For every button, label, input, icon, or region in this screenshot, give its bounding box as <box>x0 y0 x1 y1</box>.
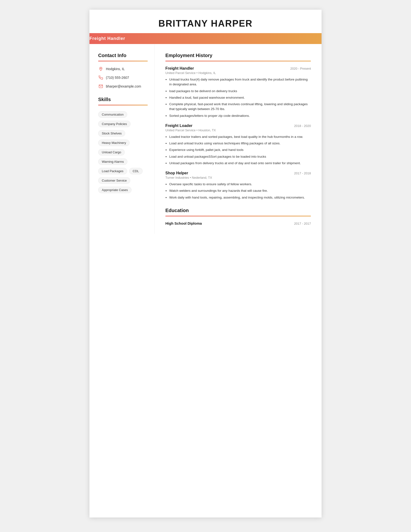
title-bar: Freight Handler <box>89 33 322 44</box>
job-title: Shop Helper <box>165 171 188 175</box>
skill-tag: Company Policies <box>98 121 131 127</box>
job-entry: Freight Loader2018 - 2020United Parcel S… <box>165 124 311 166</box>
job-date: 2018 - 2020 <box>294 124 311 128</box>
contact-location: Hodgkins, IL <box>98 66 148 72</box>
resume-container: BRITTANY HARPER Freight Handler Contact … <box>89 10 322 517</box>
job-header: Freight Loader2018 - 2020 <box>165 124 311 128</box>
education-list: High School Diploma2017 - 2017 <box>165 221 311 225</box>
email-text: bharper@example.com <box>106 84 141 88</box>
skills-section-title: Skills <box>98 97 148 102</box>
job-company: United Parcel Service • Hodgkins, IL <box>165 71 311 75</box>
sidebar: Contact Info Hodgkins, IL <box>89 44 155 234</box>
education-degree: High School Diploma <box>165 221 202 225</box>
job-date: 2020 - Present <box>290 67 311 70</box>
phone-text: (710) 555-2607 <box>106 76 129 80</box>
bullet-item: Watch welders and surroundings for any h… <box>169 188 311 193</box>
education-entry: High School Diploma2017 - 2017 <box>165 221 311 225</box>
body-section: Contact Info Hodgkins, IL <box>89 44 322 234</box>
skill-tags-container: CommunicationCompany PoliciesStock Shelv… <box>98 110 148 194</box>
job-bullets: Loaded tractor trailers and sorted packa… <box>169 134 311 166</box>
bullet-item: Sorted packages/letters to proper zip co… <box>169 114 311 118</box>
svg-point-0 <box>100 68 101 69</box>
skill-tag: Unload Cargo <box>98 149 125 155</box>
job-bullets: Unload trucks four(4) daily remove packa… <box>169 77 311 118</box>
bullet-item: Oversee specific tasks to ensure safety … <box>169 182 311 187</box>
location-icon <box>98 66 103 72</box>
job-header: Freight Handler2020 - Present <box>165 66 311 71</box>
bullet-item: Load and unload packagesSSort packages t… <box>169 154 311 159</box>
bullet-item: load packages to be deliverd on delivery… <box>169 89 311 94</box>
skill-tag: Warning Alarms <box>98 158 127 165</box>
education-header: High School Diploma2017 - 2017 <box>165 221 311 225</box>
skills-divider <box>98 105 148 105</box>
bullet-item: Complete physical, fast-paced work that … <box>169 102 311 112</box>
job-title: Freight Handler <box>165 66 194 71</box>
main-content: Employment History Freight Handler2020 -… <box>155 44 322 234</box>
location-text: Hodgkins, IL <box>106 67 125 71</box>
contact-phone: (710) 555-2607 <box>98 75 148 80</box>
skill-tag: Appropriate Cases <box>98 187 131 193</box>
education-section-title: Education <box>165 208 311 213</box>
candidate-name: BRITTANY HARPER <box>99 18 312 29</box>
bullet-item: Unload trucks four(4) daily remove packa… <box>169 77 311 87</box>
candidate-title: Freight Handler <box>89 36 322 41</box>
contact-section: Contact Info Hodgkins, IL <box>98 53 148 89</box>
education-divider <box>165 216 311 216</box>
phone-icon <box>98 75 103 80</box>
skill-tag: Stock Shelves <box>98 130 125 137</box>
jobs-list: Freight Handler2020 - PresentUnited Parc… <box>165 66 311 200</box>
employment-section-title: Employment History <box>165 53 311 58</box>
bullet-item: Handled a loud, fast paced warehouse env… <box>169 95 311 100</box>
employment-section: Employment History Freight Handler2020 -… <box>165 53 311 200</box>
employment-divider <box>165 61 311 61</box>
email-icon <box>98 84 103 89</box>
job-header: Shop Helper2017 - 2018 <box>165 171 311 175</box>
bullet-item: Experience using forklift, pallet jack, … <box>169 148 311 152</box>
job-bullets: Oversee specific tasks to ensure safety … <box>169 182 311 200</box>
skill-tag: Heavy Machinery <box>98 140 130 146</box>
header-section: BRITTANY HARPER <box>89 10 322 29</box>
skill-tag: Customer Service <box>98 177 130 184</box>
contact-divider <box>98 61 148 61</box>
skill-tag: Load Packages <box>98 168 127 174</box>
job-date: 2017 - 2018 <box>294 171 311 175</box>
job-title: Freight Loader <box>165 124 192 128</box>
bullet-item: Unload packages from delivery trucks at … <box>169 161 311 166</box>
bullet-item: Work daily with hand tools, repairing, a… <box>169 195 311 200</box>
skill-tag: CDL <box>129 168 143 174</box>
education-date: 2017 - 2017 <box>294 222 311 225</box>
job-company: Turner Industries • Nederland, TX <box>165 176 311 180</box>
job-entry: Shop Helper2017 - 2018Turner Industries … <box>165 171 311 200</box>
job-entry: Freight Handler2020 - PresentUnited Parc… <box>165 66 311 118</box>
bullet-item: Load and unload trucks using various tec… <box>169 141 311 146</box>
skills-section: Skills CommunicationCompany PoliciesStoc… <box>98 97 148 194</box>
job-company: United Parcel Service • Houston, TX <box>165 128 311 132</box>
contact-section-title: Contact Info <box>98 53 148 58</box>
contact-email: bharper@example.com <box>98 84 148 89</box>
bullet-item: Loaded tractor trailers and sorted packa… <box>169 134 311 139</box>
skill-tag: Communication <box>98 111 127 118</box>
education-section: Education High School Diploma2017 - 2017 <box>165 208 311 225</box>
